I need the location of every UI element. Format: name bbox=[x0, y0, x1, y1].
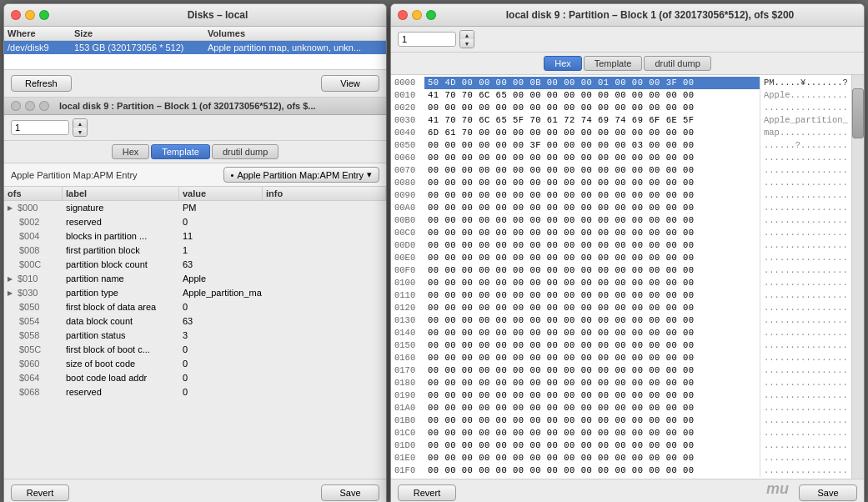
right-tab-template[interactable]: Template bbox=[584, 56, 643, 71]
right-tab-drutil[interactable]: drutil dump bbox=[644, 56, 710, 71]
left-tab-hex[interactable]: Hex bbox=[112, 144, 150, 159]
table-row[interactable]: $008 first partition block 1 bbox=[4, 243, 386, 258]
hex-row: 00F000 00 00 00 00 00 00 00 00 00 00 00 … bbox=[391, 264, 851, 277]
td-ofs-val: $060 bbox=[19, 359, 39, 369]
mu-logo: mu bbox=[766, 480, 789, 498]
table-row[interactable]: $058 partition status 3 bbox=[4, 329, 386, 343]
hex-addr: 01A0 bbox=[391, 402, 424, 414]
table-row[interactable]: $002 reserved 0 bbox=[4, 215, 386, 229]
td-info bbox=[263, 314, 386, 328]
right-revert-button[interactable]: Revert bbox=[398, 484, 456, 501]
scrollbar-thumb[interactable] bbox=[852, 88, 864, 138]
hex-bytes: 00 00 00 00 00 00 00 00 00 00 00 00 00 0… bbox=[424, 402, 760, 414]
td-ofs-val: $058 bbox=[19, 330, 39, 340]
right-minimize-button[interactable] bbox=[412, 10, 422, 20]
table-row[interactable]: $004 blocks in partition ... 11 bbox=[4, 229, 386, 243]
hex-ascii: ................ bbox=[760, 264, 851, 277]
right-scrollbar[interactable] bbox=[851, 75, 864, 479]
hex-bytes: 00 00 00 00 00 00 00 00 00 00 00 00 00 0… bbox=[424, 227, 760, 239]
sub-min[interactable] bbox=[25, 101, 35, 111]
sub-close[interactable] bbox=[11, 101, 21, 111]
apm-dot: • bbox=[231, 170, 234, 180]
hex-row: 002000 00 00 00 00 00 00 00 00 00 00 00 … bbox=[391, 102, 851, 114]
close-button[interactable] bbox=[11, 10, 21, 20]
hex-ascii: ................ bbox=[760, 277, 851, 289]
left-traffic-lights bbox=[11, 10, 49, 20]
td-value: 0 bbox=[179, 385, 263, 399]
hex-row: 00A000 00 00 00 00 00 00 00 00 00 00 00 … bbox=[391, 202, 851, 214]
left-save-button[interactable]: Save bbox=[321, 484, 379, 501]
hex-addr: 01F0 bbox=[391, 464, 424, 477]
left-tab-drutil[interactable]: drutil dump bbox=[212, 144, 278, 159]
hex-ascii: map............. bbox=[760, 127, 851, 139]
left-stepper-up[interactable]: ▲ bbox=[73, 119, 87, 128]
hex-table: 000050 4D 00 00 00 00 0B 00 00 00 01 00 … bbox=[391, 75, 851, 479]
right-traffic-lights bbox=[398, 10, 436, 20]
right-tab-hex[interactable]: Hex bbox=[544, 56, 582, 71]
table-row[interactable]: ▶ $010 partition name Apple bbox=[4, 272, 386, 286]
td-info bbox=[263, 229, 386, 243]
disk-list-row[interactable]: /dev/disk9 153 GB (320173056 * 512) Appl… bbox=[4, 41, 386, 54]
right-stepper-down[interactable]: ▼ bbox=[460, 39, 474, 48]
right-stepper-up[interactable]: ▲ bbox=[460, 31, 474, 39]
td-ofs-val: $004 bbox=[19, 231, 39, 241]
td-value: 11 bbox=[179, 229, 263, 243]
hex-addr: 0160 bbox=[391, 352, 424, 364]
refresh-button[interactable]: Refresh bbox=[11, 75, 72, 92]
table-row[interactable]: $00C partition block count 63 bbox=[4, 258, 386, 272]
right-save-button[interactable]: Save bbox=[799, 484, 857, 501]
td-value: 63 bbox=[179, 258, 263, 271]
td-info bbox=[263, 215, 386, 228]
view-button[interactable]: View bbox=[321, 75, 379, 92]
right-block-input[interactable] bbox=[398, 32, 456, 47]
apm-dropdown[interactable]: • Apple Partition Map:APM Entry ▾ bbox=[223, 167, 379, 183]
td-label: partition name bbox=[63, 272, 179, 285]
left-bottom-bar: Revert Save bbox=[4, 479, 386, 502]
disk-button-bar: Refresh View bbox=[4, 70, 386, 98]
col-where-header: Where bbox=[8, 28, 74, 38]
right-maximize-button[interactable] bbox=[426, 10, 436, 20]
hex-row: 011000 00 00 00 00 00 00 00 00 00 00 00 … bbox=[391, 289, 851, 302]
td-ofs-val: $000 bbox=[18, 203, 38, 213]
hex-ascii: ................ bbox=[760, 389, 851, 402]
hex-bytes: 50 4D 00 00 00 00 0B 00 00 00 01 00 00 0… bbox=[424, 77, 760, 89]
td-value: 0 bbox=[179, 215, 263, 228]
left-tab-template[interactable]: Template bbox=[151, 144, 210, 159]
td-value: PM bbox=[179, 201, 263, 214]
left-titlebar: Disks – local bbox=[4, 4, 386, 27]
hex-row: 006000 00 00 00 00 00 00 00 00 00 00 00 … bbox=[391, 152, 851, 164]
hex-row: 003041 70 70 6C 65 5F 70 61 72 74 69 74 … bbox=[391, 114, 851, 127]
td-info bbox=[263, 286, 386, 299]
left-block-nav: ▲ ▼ bbox=[4, 115, 386, 141]
td-ofs-val: $00C bbox=[19, 259, 41, 269]
right-close-button[interactable] bbox=[398, 10, 408, 20]
td-label: partition type bbox=[63, 286, 179, 299]
table-row[interactable]: ▶ $030 partition type Apple_partition_ma… bbox=[4, 286, 386, 300]
table-row[interactable]: ▶ $000 signature PM bbox=[4, 201, 386, 215]
hex-bytes: 00 00 00 00 00 00 00 00 00 00 00 00 00 0… bbox=[424, 327, 760, 339]
left-stepper-down[interactable]: ▼ bbox=[73, 128, 87, 136]
hex-addr: 00C0 bbox=[391, 227, 424, 239]
table-row[interactable]: $05C first block of boot c... 0 bbox=[4, 343, 386, 357]
hex-row: 00406D 61 70 00 00 00 00 00 00 00 00 00 … bbox=[391, 127, 851, 139]
hex-addr: 01C0 bbox=[391, 427, 424, 439]
table-row[interactable]: $060 size of boot code 0 bbox=[4, 357, 386, 371]
maximize-button[interactable] bbox=[39, 10, 49, 20]
table-header: ofs label value info bbox=[4, 187, 386, 201]
hex-bytes: 00 00 00 00 00 00 00 00 00 00 00 00 00 0… bbox=[424, 189, 760, 202]
hex-bytes: 00 00 00 00 00 00 00 00 00 00 00 00 00 0… bbox=[424, 452, 760, 464]
left-revert-button[interactable]: Revert bbox=[11, 484, 69, 501]
table-row[interactable]: $050 first block of data area 0 bbox=[4, 300, 386, 314]
sub-max[interactable] bbox=[39, 101, 49, 111]
hex-bytes: 00 00 00 00 00 00 00 00 00 00 00 00 00 0… bbox=[424, 352, 760, 364]
left-block-input[interactable] bbox=[11, 120, 69, 135]
hex-bytes: 00 00 00 00 00 00 00 00 00 00 00 00 00 0… bbox=[424, 239, 760, 252]
disk-list-body: /dev/disk9 153 GB (320173056 * 512) Appl… bbox=[4, 41, 386, 70]
td-label: reserved bbox=[63, 215, 179, 228]
table-row[interactable]: $068 reserved 0 bbox=[4, 385, 386, 399]
hex-addr: 0120 bbox=[391, 302, 424, 314]
minimize-button[interactable] bbox=[25, 10, 35, 20]
hex-addr: 0070 bbox=[391, 164, 424, 177]
table-row[interactable]: $064 boot code load addr 0 bbox=[4, 371, 386, 385]
table-row[interactable]: $054 data block count 63 bbox=[4, 314, 386, 329]
